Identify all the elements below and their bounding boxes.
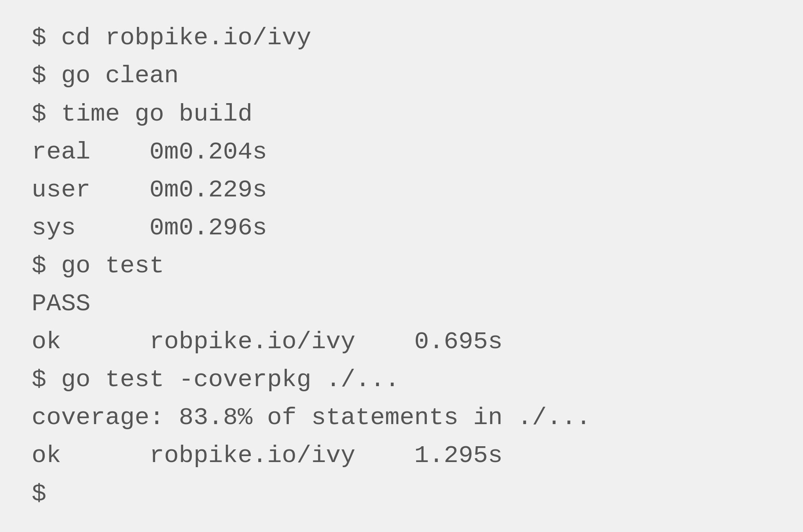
terminal-output: $ cd robpike.io/ivy$ go clean$ time go b…	[32, 19, 591, 513]
terminal-line: $	[32, 475, 591, 513]
terminal-line: ok robpike.io/ivy 1.295s	[32, 437, 591, 475]
terminal-line: $ cd robpike.io/ivy	[32, 19, 591, 57]
terminal-line: real 0m0.204s	[32, 133, 591, 171]
terminal-line: coverage: 83.8% of statements in ./...	[32, 399, 591, 437]
terminal-line: $ go test -coverpkg ./...	[32, 361, 591, 399]
terminal-line: $ time go build	[32, 95, 591, 133]
terminal-line: $ go clean	[32, 57, 591, 95]
terminal-line: user 0m0.229s	[32, 171, 591, 209]
terminal-line: PASS	[32, 285, 591, 323]
terminal-line: ok robpike.io/ivy 0.695s	[32, 323, 591, 361]
terminal-line: $ go test	[32, 247, 591, 285]
terminal-line: sys 0m0.296s	[32, 209, 591, 247]
